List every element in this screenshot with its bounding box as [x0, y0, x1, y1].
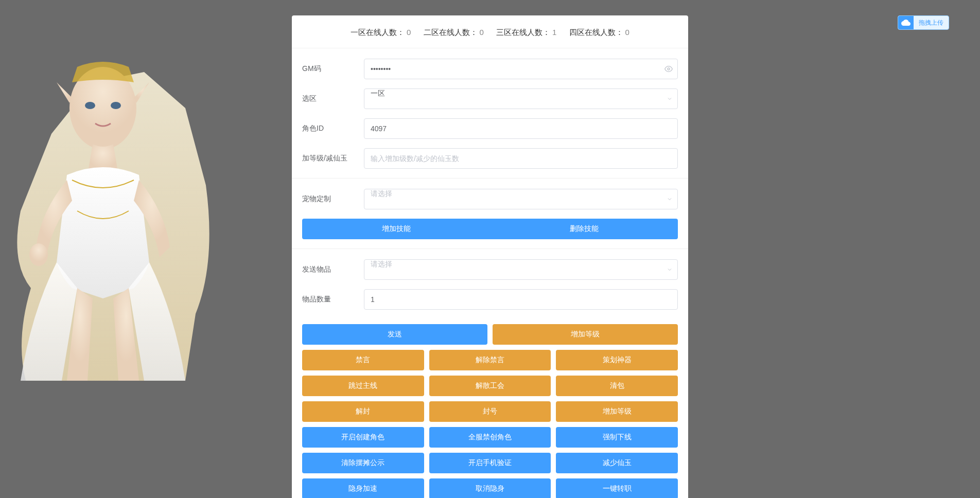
main-panel: 一区在线人数：0 二区在线人数：0 三区在线人数：1 四区在线人数：0 GM码 … [292, 15, 688, 498]
svg-point-1 [85, 102, 95, 109]
del-skill-button[interactable]: 删除技能 [490, 219, 678, 239]
upload-badge[interactable]: 拖拽上传 [898, 15, 949, 30]
stats-zone1: 一区在线人数：0 [351, 28, 411, 38]
character-illustration [0, 31, 226, 391]
cloud-upload-icon [898, 15, 914, 30]
enable-create-role-button[interactable]: 开启创建角色 [302, 427, 424, 448]
role-id-label: 角色ID [302, 124, 364, 133]
enable-phone-verify-button[interactable]: 开启手机验证 [429, 453, 551, 473]
stats-bar: 一区在线人数：0 二区在线人数：0 三区在线人数：1 四区在线人数：0 [292, 15, 688, 48]
clear-bag-button[interactable]: 清包 [556, 376, 678, 396]
stats-zone4: 四区在线人数：0 [569, 28, 629, 38]
gm-code-input[interactable] [364, 59, 678, 79]
form-section-1: GM码 选区 一区 角色ID 加等级/减仙玉 [292, 48, 688, 324]
eye-icon[interactable] [664, 65, 673, 73]
elf-character-svg [0, 31, 226, 391]
svg-point-2 [111, 102, 121, 109]
pet-label: 宠物定制 [302, 194, 364, 204]
change-class-button[interactable]: 一键转职 [556, 478, 678, 498]
zone-label: 选区 [302, 94, 364, 103]
action-buttons: 发送 增加等级 禁言 解除禁言 策划神器 跳过主线 解散工会 清包 解封 封号 … [292, 324, 688, 498]
gm-code-label: GM码 [302, 64, 364, 74]
unban-button[interactable]: 解封 [302, 401, 424, 422]
level-label: 加等级/减仙玉 [302, 154, 364, 163]
pet-select[interactable]: 请选择 [364, 189, 678, 209]
send-item-select[interactable]: 请选择 [364, 259, 678, 280]
qty-label: 物品数量 [302, 295, 364, 304]
force-offline-button[interactable]: 强制下线 [556, 427, 678, 448]
svg-point-3 [29, 243, 48, 266]
unmute-button[interactable]: 解除禁言 [429, 350, 551, 370]
planner-tool-button[interactable]: 策划神器 [556, 350, 678, 370]
ban-button[interactable]: 封号 [429, 401, 551, 422]
mute-button[interactable]: 禁言 [302, 350, 424, 370]
disable-create-role-button[interactable]: 全服禁创角色 [429, 427, 551, 448]
send-item-label: 发送物品 [302, 265, 364, 274]
cancel-stealth-button[interactable]: 取消隐身 [429, 478, 551, 498]
stealth-speed-button[interactable]: 隐身加速 [302, 478, 424, 498]
svg-point-4 [668, 68, 670, 70]
role-id-input[interactable] [364, 118, 678, 139]
stats-zone3: 三区在线人数：1 [496, 28, 556, 38]
svg-point-0 [69, 67, 136, 149]
add-level-button[interactable]: 增加等级 [493, 324, 678, 345]
send-button[interactable]: 发送 [302, 324, 487, 345]
skip-main-button[interactable]: 跳过主线 [302, 376, 424, 396]
zone-select[interactable]: 一区 [364, 88, 678, 109]
stats-zone2: 二区在线人数：0 [424, 28, 484, 38]
add-skill-button[interactable]: 增加技能 [302, 219, 490, 239]
add-level-button-2[interactable]: 增加等级 [556, 401, 678, 422]
level-input[interactable] [364, 148, 678, 169]
clear-stall-button[interactable]: 清除摆摊公示 [302, 453, 424, 473]
disband-guild-button[interactable]: 解散工会 [429, 376, 551, 396]
upload-text: 拖拽上传 [914, 19, 949, 27]
reduce-jade-button[interactable]: 减少仙玉 [556, 453, 678, 473]
qty-input[interactable] [364, 289, 678, 310]
